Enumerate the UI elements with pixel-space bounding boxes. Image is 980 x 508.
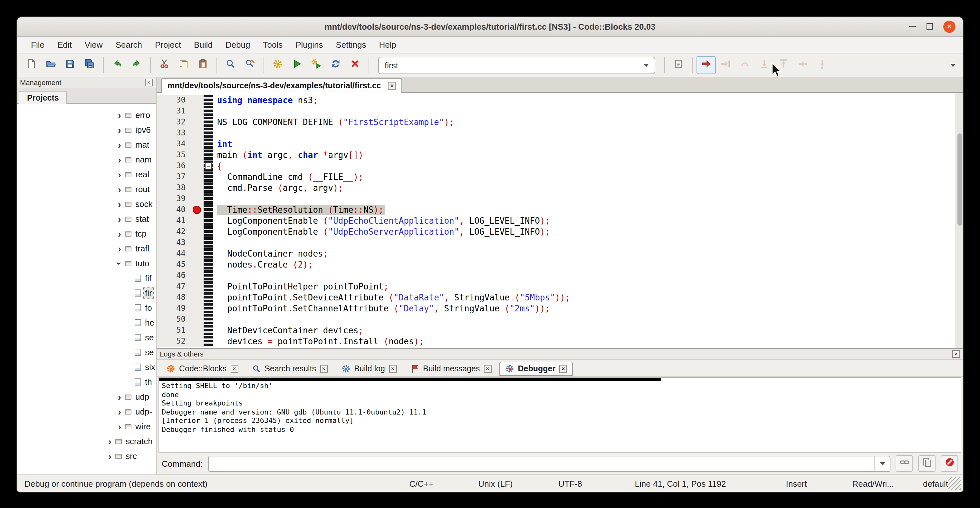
expand-arrow-icon[interactable]: ›: [106, 452, 114, 460]
next-line-button[interactable]: [735, 56, 754, 74]
tab-projects[interactable]: Projects: [19, 91, 67, 104]
code-text[interactable]: [213, 106, 217, 117]
breakpoint-margin[interactable]: [191, 270, 204, 281]
code-text[interactable]: int: [213, 139, 232, 150]
code-text[interactable]: main (int argc, char *argv[]): [213, 150, 363, 161]
code-editor[interactable]: 30using namespace ns3;3132NS_LOG_COMPONE…: [157, 93, 963, 348]
tree-item-erro[interactable]: ›erro: [17, 108, 156, 123]
log-tab-build-log[interactable]: Build log×: [336, 361, 402, 376]
open-file-button[interactable]: [41, 56, 60, 74]
menu-settings[interactable]: Settings: [329, 38, 372, 52]
line-number[interactable]: 44: [157, 248, 191, 259]
tree-item-rout[interactable]: ›rout: [17, 182, 156, 197]
menu-project[interactable]: Project: [148, 38, 188, 52]
line-number[interactable]: 43: [157, 237, 191, 248]
tree-item-src[interactable]: ›src: [17, 449, 156, 463]
toolbar-overflow-chevron-icon[interactable]: [950, 64, 956, 67]
menu-tools[interactable]: Tools: [256, 38, 289, 52]
menu-search[interactable]: Search: [109, 38, 148, 52]
code-text[interactable]: {: [213, 161, 222, 172]
line-number[interactable]: 39: [157, 193, 191, 204]
stop-debugger-button[interactable]: [941, 455, 958, 472]
tree-item-tuto[interactable]: ›tuto: [17, 256, 156, 271]
line-number[interactable]: 46: [157, 270, 191, 281]
debugger-log[interactable]: Setting SHELL to '/bin/sh'doneSetting br…: [159, 377, 961, 452]
tree-item-nam[interactable]: ›nam: [17, 152, 156, 167]
breakpoint-margin[interactable]: [191, 117, 204, 127]
close-icon[interactable]: ×: [389, 365, 396, 373]
rebuild-button[interactable]: [326, 56, 345, 74]
code-text[interactable]: [213, 237, 217, 248]
breakpoint-margin[interactable]: [191, 237, 204, 248]
menu-view[interactable]: View: [78, 38, 109, 52]
expand-arrow-icon[interactable]: ›: [115, 229, 124, 238]
close-icon[interactable]: ×: [320, 365, 328, 373]
log-tab-code-blocks[interactable]: Code::Blocks×: [161, 361, 244, 376]
code-text[interactable]: CommandLine cmd (__FILE__);: [213, 172, 363, 182]
expand-arrow-icon[interactable]: ›: [115, 126, 124, 134]
tree-item-th[interactable]: th: [17, 374, 156, 389]
log-tab-debugger[interactable]: Debugger×: [500, 361, 573, 376]
menu-help[interactable]: Help: [372, 38, 403, 52]
line-number[interactable]: 34: [157, 139, 191, 150]
menu-edit[interactable]: Edit: [51, 38, 78, 52]
line-number[interactable]: 31: [157, 106, 191, 117]
debug-continue-button[interactable]: [697, 56, 716, 74]
step-into-button[interactable]: [754, 56, 774, 74]
breakpoint-margin[interactable]: [191, 303, 204, 314]
close-icon[interactable]: ×: [952, 350, 960, 358]
fold-collapse-icon[interactable]: −: [205, 162, 212, 170]
tree-item-se[interactable]: se: [17, 345, 156, 360]
code-text[interactable]: nodes.Create (2);: [213, 259, 313, 270]
build-button[interactable]: [268, 56, 287, 74]
line-number[interactable]: 38: [157, 182, 191, 193]
copy-log-button[interactable]: [918, 455, 935, 472]
breakpoint-margin[interactable]: [191, 248, 204, 259]
code-text[interactable]: devices = pointToPoint.Install (nodes);: [213, 336, 424, 347]
breakpoint-margin[interactable]: [191, 314, 204, 325]
breakpoint-icon[interactable]: [192, 205, 201, 214]
line-number[interactable]: 45: [157, 259, 191, 270]
code-text[interactable]: [213, 314, 217, 325]
save-all-button[interactable]: [80, 56, 99, 74]
code-text[interactable]: NetDeviceContainer devices;: [213, 325, 363, 336]
expand-arrow-icon[interactable]: ›: [115, 140, 124, 149]
expand-arrow-icon[interactable]: ›: [115, 422, 124, 431]
expand-arrow-icon[interactable]: ›: [115, 215, 124, 223]
breakpoint-margin[interactable]: [191, 281, 204, 292]
expand-arrow-icon[interactable]: ›: [115, 200, 124, 208]
line-number[interactable]: 35: [157, 150, 191, 161]
tree-item-mat[interactable]: ›mat: [17, 137, 156, 152]
tree-item-udp-[interactable]: ›udp-: [17, 404, 156, 419]
line-number[interactable]: 49: [157, 303, 191, 314]
scrollbar-thumb[interactable]: [958, 134, 962, 226]
copy-button[interactable]: [174, 56, 193, 74]
close-icon[interactable]: ×: [943, 20, 956, 33]
tree-item-tcp[interactable]: ›tcp: [17, 226, 156, 241]
command-input[interactable]: [208, 455, 891, 471]
title-bar[interactable]: mnt/dev/tools/source/ns-3-dev/examples/t…: [17, 17, 963, 37]
paste-button[interactable]: [193, 56, 213, 74]
line-number[interactable]: 47: [157, 281, 191, 292]
code-text[interactable]: LogComponentEnable ("UdpEchoServerApplic…: [213, 226, 550, 237]
breakpoint-margin[interactable]: [191, 204, 204, 215]
code-text[interactable]: cmd.Parse (argc, argv);: [213, 182, 343, 193]
code-text[interactable]: [213, 193, 217, 204]
line-number[interactable]: 42: [157, 226, 191, 237]
expand-arrow-icon[interactable]: ›: [115, 185, 124, 193]
resize-grip[interactable]: [948, 477, 961, 490]
redo-button[interactable]: [127, 56, 146, 74]
close-icon[interactable]: ×: [145, 79, 153, 86]
command-dropdown-button[interactable]: [874, 456, 890, 471]
tree-item-fir[interactable]: fir: [17, 286, 156, 300]
line-number[interactable]: 33: [157, 127, 191, 139]
line-number[interactable]: 37: [157, 172, 191, 182]
tree-item-scratch[interactable]: ›scratch: [17, 434, 156, 449]
tree-item-trafl[interactable]: ›trafl: [17, 241, 156, 256]
tree-item-wire[interactable]: ›wire: [17, 419, 156, 434]
code-text[interactable]: using namespace ns3;: [213, 95, 318, 106]
run-button[interactable]: [287, 56, 307, 74]
tree-item-real[interactable]: ›real: [17, 167, 156, 182]
close-icon[interactable]: ×: [388, 82, 396, 89]
line-number[interactable]: 50: [157, 314, 191, 325]
